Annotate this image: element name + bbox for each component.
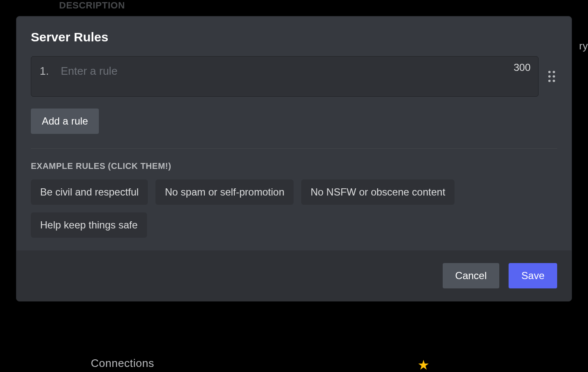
example-rules-list: Be civil and respectful No spam or self-… [31,179,557,238]
modal-body: Server Rules 1. 300 Add a rule Examp [16,16,572,250]
example-rule-chip[interactable]: No spam or self-promotion [155,179,294,205]
svg-point-4 [548,80,551,82]
drag-handle-icon[interactable] [546,69,557,84]
example-rule-chip[interactable]: Be civil and respectful [31,179,148,205]
example-rule-chip[interactable]: No NSFW or obscene content [301,179,455,205]
modal-footer: Cancel Save [16,250,572,301]
example-rule-chip[interactable]: Help keep things safe [31,212,147,238]
svg-point-3 [553,75,555,78]
example-rules-heading: Example Rules (click them!) [31,161,557,171]
save-button[interactable]: Save [509,263,557,288]
divider [31,148,557,149]
svg-point-1 [553,71,555,73]
cancel-button[interactable]: Cancel [443,263,500,288]
rule-number: 1. [40,62,49,80]
rule-row: 1. 300 [31,56,557,97]
modal-title: Server Rules [31,30,557,44]
svg-point-5 [553,80,555,82]
svg-point-0 [548,71,551,73]
backdrop-description-label: DESCRIPTION [59,0,125,11]
backdrop-connections-label: Connections [91,357,154,370]
rule-input[interactable] [61,62,530,80]
backdrop-partial-text: ry [579,40,588,52]
rule-input-container: 1. 300 [31,56,539,97]
svg-point-2 [548,75,551,78]
add-rule-button[interactable]: Add a rule [31,109,99,134]
rule-char-limit: 300 [514,62,531,73]
star-icon: ★ [418,358,429,372]
server-rules-modal: Server Rules 1. 300 Add a rule Examp [16,16,572,301]
